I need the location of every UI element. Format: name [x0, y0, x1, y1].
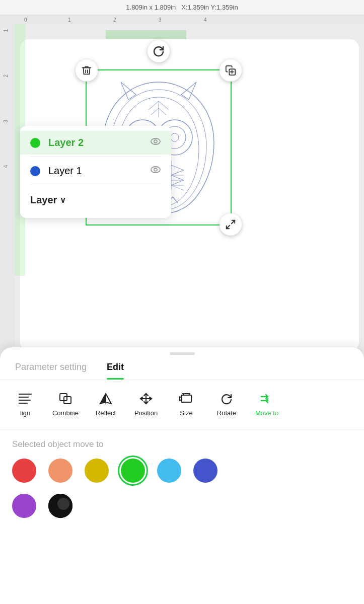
layer-2-name: Layer 2: [48, 137, 150, 148]
tool-rotate[interactable]: Rotate: [206, 388, 247, 421]
align-label: lign: [20, 409, 30, 417]
tool-reflect[interactable]: Reflect: [86, 388, 126, 421]
panel-tabs: Parameter setting Edit: [0, 355, 364, 380]
position-label: Position: [134, 409, 158, 417]
layer-panel: Layer 2 Layer 1 Layer ∨: [20, 126, 171, 218]
tool-combine[interactable]: Combine: [45, 388, 86, 421]
moveto-label: Move to: [255, 409, 278, 417]
color-dot-black[interactable]: [48, 494, 72, 518]
rotate-label: Rotate: [217, 409, 236, 417]
tick-0: 0: [24, 17, 27, 23]
scale-handle[interactable]: [220, 213, 242, 236]
svg-marker-30: [100, 394, 106, 404]
color-dot-green[interactable]: [121, 459, 145, 483]
svg-marker-31: [106, 394, 111, 404]
rotate-icon: [220, 392, 234, 407]
layer-divider: [30, 157, 161, 157]
toolbar: lign Combine Reflect: [0, 380, 364, 429]
color-dot-blue[interactable]: [193, 459, 217, 483]
layer-dropdown-label: Layer: [30, 194, 57, 206]
dimensions-label: 1.809in x 1.809in: [126, 4, 176, 11]
horizontal-ruler: 0 1 2 3 4: [15, 15, 364, 24]
add-handle[interactable]: [220, 59, 242, 82]
color-dot-purple[interactable]: [12, 494, 36, 518]
layer-1-dot: [30, 166, 40, 176]
vtick-3: 3: [3, 120, 9, 123]
moon-icon: [48, 494, 72, 518]
layer-2-item[interactable]: Layer 2: [20, 131, 171, 155]
tick-4: 4: [204, 17, 207, 23]
combine-icon: [58, 392, 72, 407]
reflect-label: Reflect: [96, 409, 116, 417]
align-icon: [18, 392, 32, 407]
tool-align[interactable]: lign: [5, 388, 45, 421]
svg-rect-35: [181, 395, 191, 402]
color-dot-red[interactable]: [12, 459, 36, 483]
ruler-highlight: [106, 30, 186, 39]
color-dot-orange[interactable]: [48, 459, 72, 483]
vtick-1: 1: [3, 29, 9, 32]
color-dot-yellow[interactable]: [85, 459, 109, 483]
layer-2-visibility-icon[interactable]: [150, 137, 161, 148]
chevron-down-icon: ∨: [60, 195, 66, 205]
top-bar: 1.809in x 1.809in X:1.359in Y:1.359in: [0, 0, 364, 15]
tick-1: 1: [68, 17, 71, 23]
color-dots-row-1: [12, 459, 352, 483]
svg-point-22: [151, 167, 160, 173]
position-icon: [139, 392, 153, 407]
vtick-2: 2: [3, 74, 9, 78]
combine-label: Combine: [52, 409, 79, 417]
tab-edit[interactable]: Edit: [107, 362, 124, 380]
tool-size[interactable]: Size: [166, 388, 206, 421]
vtick-4: 4: [3, 165, 9, 168]
layer-divider-2: [30, 185, 161, 185]
delete-handle[interactable]: [76, 59, 98, 82]
svg-point-23: [154, 168, 157, 171]
tick-2: 2: [113, 17, 116, 23]
layer-2-dot: [30, 138, 40, 148]
layer-1-name: Layer 1: [48, 165, 150, 177]
color-dot-cyan[interactable]: [157, 459, 181, 483]
tool-position[interactable]: Position: [126, 388, 166, 421]
coordinates-label: X:1.359in Y:1.359in: [181, 4, 238, 11]
svg-point-21: [154, 140, 157, 143]
layer-dropdown[interactable]: Layer ∨: [20, 187, 171, 213]
bottom-panel: Parameter setting Edit lign: [0, 347, 364, 604]
svg-point-20: [151, 138, 160, 144]
rotate-handle[interactable]: [148, 40, 170, 62]
tool-moveto[interactable]: Move to: [247, 388, 287, 421]
tab-parameter-setting[interactable]: Parameter setting: [15, 362, 87, 380]
moveto-section: Selected object move to: [0, 429, 364, 539]
layer-1-visibility-icon[interactable]: [150, 166, 161, 176]
size-icon: [179, 392, 193, 407]
tick-3: 3: [159, 17, 162, 23]
reflect-icon: [99, 392, 113, 407]
size-label: Size: [180, 409, 192, 417]
moveto-description: Selected object move to: [12, 439, 352, 449]
moveto-icon: [260, 392, 274, 407]
svg-point-45: [57, 498, 69, 510]
color-dots-row-2: [12, 494, 352, 518]
layer-1-item[interactable]: Layer 1: [20, 159, 171, 183]
